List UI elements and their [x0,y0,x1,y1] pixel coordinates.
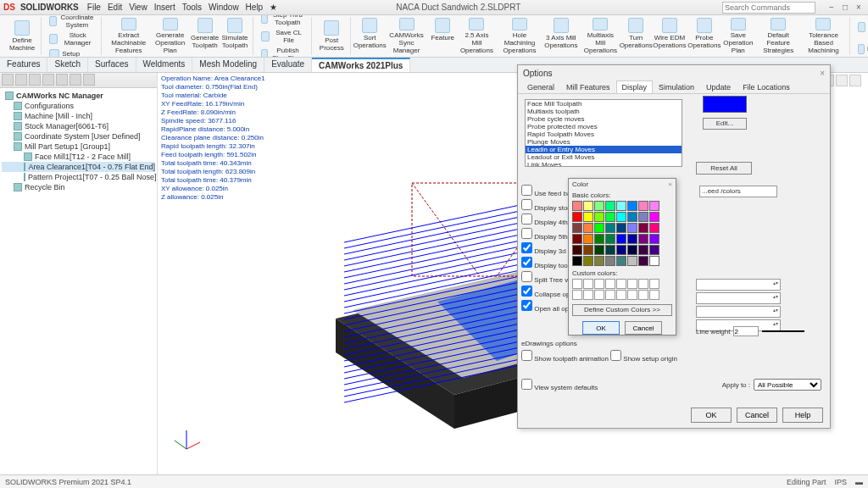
ribbon-button[interactable]: Save Operation Plan [721,17,756,55]
tab-weldments[interactable]: Weldments [136,58,193,72]
show-setup-origin-check[interactable]: Show setup origin [610,355,677,363]
color-swatch[interactable] [583,234,593,244]
tab-surfaces[interactable]: Surfaces [88,58,136,72]
custom-color-slot[interactable] [572,290,582,300]
reset-all-button[interactable]: Reset All [696,162,752,175]
color-swatch[interactable] [594,212,604,222]
color-swatch[interactable] [572,223,582,233]
color-swatch[interactable] [627,223,637,233]
custom-color-slot[interactable] [649,279,659,289]
ribbon-button[interactable]: Wire EDM Operations [651,17,688,55]
tab-camworks-2021plus[interactable]: CAMWorks 2021Plus [312,58,410,72]
spinner-field[interactable] [696,306,781,318]
color-swatch[interactable] [605,245,615,255]
menu-view[interactable]: View [129,3,147,12]
move-list-item[interactable]: Probe protected moves [526,123,682,130]
ribbon-button[interactable]: Multiaxis Mill Operations [580,17,620,55]
color-ok-button[interactable]: OK [582,321,620,335]
sidebar-tool-icon[interactable] [2,74,14,86]
move-list-item[interactable]: Leadout or Exit Moves [526,153,682,161]
menu-tools[interactable]: Tools [182,3,202,12]
options-tab[interactable]: General [521,80,560,93]
color-swatch[interactable] [616,234,626,244]
options-ok-button[interactable]: OK [691,408,732,423]
custom-color-slot[interactable] [594,279,604,289]
custom-color-slot[interactable] [616,290,626,300]
color-swatch[interactable] [616,256,626,266]
view-tool-icon[interactable] [849,75,861,86]
tree-root[interactable]: CAMWorks NC Manager [2,91,155,101]
menu-file[interactable]: File [87,3,101,12]
color-swatch[interactable] [594,234,604,244]
custom-color-slot[interactable] [572,279,582,289]
step-thru-button[interactable]: Step Thru Toolpath [259,15,308,27]
color-swatch[interactable] [649,245,659,255]
custom-color-slot[interactable] [605,290,615,300]
color-swatch[interactable] [616,212,626,222]
generate-op-plan-button[interactable]: Generate Operation Plan [151,17,189,55]
color-swatch[interactable] [638,212,648,222]
ribbon-button[interactable]: Tolerance Based Machining [801,17,846,55]
color-swatch[interactable] [605,201,615,211]
move-list-item[interactable]: Plunge Moves [526,138,682,146]
color-cancel-button[interactable]: Cancel [625,321,662,335]
ribbon-button[interactable]: Sort Operations [356,17,384,55]
color-swatch[interactable] [583,223,593,233]
coordinate-system-button[interactable]: Coordinate System [47,15,97,30]
color-swatch[interactable] [594,256,604,266]
tree-node[interactable]: Area Clearance1[T04 - 0.75 Flat End] [2,162,155,172]
color-close-icon[interactable]: × [668,180,672,188]
menu-edit[interactable]: Edit [108,3,122,12]
spinner-field[interactable] [696,292,781,304]
search-commands-input[interactable] [722,2,815,14]
simulate-toolpath-button[interactable]: Simulate Toolpath [220,17,249,55]
ribbon-button[interactable]: CAMWorks Sync Manager [385,17,428,55]
menu-window[interactable]: Window [209,3,239,12]
color-swatch[interactable] [638,256,648,266]
spinner-field[interactable] [696,279,781,291]
ribbon-button[interactable]: Hole Machining Operations [498,17,542,55]
options-tab[interactable]: Simulation [653,80,700,93]
sidebar-tool-icon[interactable] [70,74,81,86]
color-swatch[interactable] [572,234,582,244]
custom-color-slot[interactable] [594,290,604,300]
setup-button[interactable]: Setup [47,48,97,58]
color-swatch[interactable] [616,223,626,233]
view-tool-icon[interactable] [836,75,848,86]
move-list-item[interactable]: Multiaxis toolpath [526,108,682,115]
tab-features[interactable]: Features [0,58,47,72]
ribbon-button[interactable]: Turn Operations [621,17,650,55]
view-system-defaults-check[interactable]: View system defaults [521,379,598,391]
color-swatch[interactable] [649,234,659,244]
color-swatch[interactable] [649,256,659,266]
extract-features-button[interactable]: Extract Machinable Features [107,17,150,55]
tab-sketch[interactable]: Sketch [47,58,88,72]
sidebar-tool-icon[interactable] [15,74,27,86]
tab-evaluate[interactable]: Evaluate [264,58,312,72]
custom-color-slot[interactable] [627,290,637,300]
custom-color-slot[interactable] [638,290,648,300]
maximize-icon[interactable]: □ [839,2,851,14]
options-tab[interactable]: Display [616,80,654,93]
tree-node[interactable]: Configurations [2,101,155,111]
color-swatch[interactable] [572,256,582,266]
custom-color-slot[interactable] [649,290,659,300]
define-custom-colors-button[interactable]: Define Custom Colors >> [572,304,672,316]
move-list-item[interactable]: Link Moves [526,161,682,167]
color-swatch[interactable] [583,201,593,211]
custom-color-slot[interactable] [583,279,593,289]
menu-star-icon[interactable]: ★ [270,3,277,12]
ribbon-button[interactable]: 2.5 Axis Mill Operations [457,17,496,55]
ribbon-button-row[interactable]: User Defined Tool/Holder [855,15,868,18]
options-close-icon[interactable]: × [820,69,825,78]
color-swatch[interactable] [572,212,582,222]
stock-manager-button[interactable]: Stock Manager [47,30,97,47]
color-swatch[interactable] [583,245,593,255]
generate-toolpath-button[interactable]: Generate Toolpath [190,17,220,55]
tree-node[interactable]: Stock Manager[6061-T6] [2,121,155,131]
custom-color-slot[interactable] [616,279,626,289]
close-icon[interactable]: × [853,2,865,14]
tree-node[interactable]: Recycle Bin [2,182,155,192]
show-toolpath-anim-check[interactable]: Show toolpath animation [521,355,609,363]
options-tab[interactable]: Mill Features [560,80,616,93]
